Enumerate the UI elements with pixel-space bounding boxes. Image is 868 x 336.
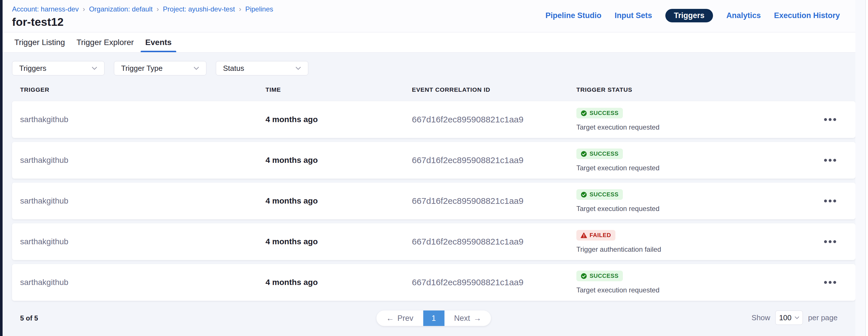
more-options-button[interactable] (821, 278, 839, 287)
results-count: 5 of 5 (20, 314, 38, 322)
nav-pipeline-studio[interactable]: Pipeline Studio (546, 11, 601, 20)
column-header-event-correlation-id: EVENT CORRELATION ID (412, 86, 577, 93)
scrollbar-gutter[interactable] (856, 0, 868, 336)
status-label: SUCCESS (590, 191, 619, 198)
status-message: Target execution requested (577, 164, 813, 172)
event-time: 4 months ago (266, 156, 318, 165)
event-time: 4 months ago (266, 196, 318, 205)
status-message: Trigger authentication failed (577, 245, 813, 254)
chevron-right-icon: › (83, 5, 85, 13)
event-correlation-id: 667d16f2ec895908821c1aa9 (412, 115, 524, 124)
filter-trigger-type-dropdown[interactable]: Trigger Type (114, 61, 206, 75)
trigger-status-cell: FAILED Trigger authentication failed (577, 223, 813, 260)
event-time: 4 months ago (266, 278, 318, 287)
status-label: SUCCESS (590, 150, 619, 157)
trigger-name: sarthakgithub (20, 237, 68, 246)
page-size-dropdown[interactable]: 100 (775, 310, 803, 325)
page-size-control: Show 100 per page (751, 310, 838, 325)
breadcrumb-project-link[interactable]: Project: ayushi-dev-test (163, 5, 235, 13)
event-time: 4 months ago (266, 237, 318, 246)
events-content: Triggers Trigger Type Status (3, 52, 856, 336)
more-options-button[interactable] (821, 237, 839, 246)
nav-analytics[interactable]: Analytics (726, 11, 761, 20)
per-page-label: per page (808, 313, 838, 322)
check-circle-icon (581, 273, 587, 279)
status-label: FAILED (590, 232, 611, 238)
status-badge: SUCCESS (577, 108, 623, 119)
arrow-right-icon: → (474, 314, 482, 323)
filter-status-dropdown[interactable]: Status (216, 61, 308, 75)
chevron-right-icon: › (157, 5, 159, 13)
next-page-button[interactable]: Next → (444, 310, 491, 326)
filters-bar: Triggers Trigger Type Status (12, 61, 856, 75)
breadcrumb-organization-link[interactable]: Organization: default (89, 5, 152, 13)
tab-trigger-explorer[interactable]: Trigger Explorer (72, 32, 138, 52)
main-area: Account: harness-dev › Organization: def… (3, 0, 856, 336)
column-header-time: TIME (266, 86, 412, 93)
trigger-name: sarthakgithub (20, 278, 68, 287)
trigger-status-cell: SUCCESS Target execution requested (577, 182, 813, 219)
status-badge: SUCCESS (577, 148, 623, 159)
status-label: SUCCESS (590, 273, 619, 279)
status-badge: SUCCESS (577, 189, 623, 200)
tab-events[interactable]: Events (141, 32, 176, 52)
next-page-label: Next (454, 314, 470, 323)
breadcrumb-pipelines-link[interactable]: Pipelines (245, 5, 273, 13)
page-header: Account: harness-dev › Organization: def… (3, 0, 856, 32)
event-time: 4 months ago (266, 115, 318, 124)
prev-page-button[interactable]: ← Prev (376, 310, 423, 326)
arrow-left-icon: ← (386, 314, 394, 323)
pagination-bar: 5 of 5 ← Prev 1 Next → Show 100 (12, 301, 856, 336)
check-circle-icon (581, 151, 587, 157)
check-circle-icon (581, 192, 587, 198)
nav-triggers[interactable]: Triggers (665, 9, 713, 22)
table-row[interactable]: sarthakgithub 4 months ago 667d16f2ec895… (12, 223, 856, 260)
show-label: Show (751, 313, 770, 322)
status-badge: SUCCESS (577, 271, 623, 281)
event-correlation-id: 667d16f2ec895908821c1aa9 (412, 196, 524, 206)
pipeline-nav: Pipeline Studio Input Sets Triggers Anal… (546, 9, 840, 22)
status-label: SUCCESS (590, 110, 619, 116)
side-nav-edge (0, 0, 3, 336)
more-options-button[interactable] (821, 115, 839, 124)
filter-status-label: Status (223, 64, 244, 73)
events-table: sarthakgithub 4 months ago 667d16f2ec895… (12, 101, 856, 301)
event-correlation-id: 667d16f2ec895908821c1aa9 (412, 156, 524, 165)
chevron-down-icon (193, 67, 199, 70)
breadcrumb-account-link[interactable]: Account: harness-dev (12, 5, 79, 13)
tab-trigger-listing[interactable]: Trigger Listing (10, 32, 69, 52)
more-options-button[interactable] (821, 156, 839, 165)
trigger-name: sarthakgithub (20, 196, 68, 205)
more-options-button[interactable] (821, 197, 839, 205)
nav-input-sets[interactable]: Input Sets (615, 11, 652, 20)
app-root: Account: harness-dev › Organization: def… (0, 0, 868, 336)
status-message: Target execution requested (577, 286, 813, 294)
table-row[interactable]: sarthakgithub 4 months ago 667d16f2ec895… (12, 101, 856, 138)
nav-execution-history[interactable]: Execution History (774, 11, 840, 20)
table-row[interactable]: sarthakgithub 4 months ago 667d16f2ec895… (12, 182, 856, 219)
filter-triggers-dropdown[interactable]: Triggers (12, 61, 104, 75)
tab-bar: Trigger Listing Trigger Explorer Events (3, 32, 856, 52)
chevron-down-icon (795, 316, 799, 320)
table-header-row: TRIGGER TIME EVENT CORRELATION ID TRIGGE… (12, 83, 856, 96)
chevron-down-icon (296, 67, 301, 70)
table-row[interactable]: sarthakgithub 4 months ago 667d16f2ec895… (12, 264, 856, 301)
page-number-1[interactable]: 1 (423, 310, 444, 326)
chevron-down-icon (92, 67, 97, 70)
chevron-right-icon: › (239, 5, 241, 13)
table-row[interactable]: sarthakgithub 4 months ago 667d16f2ec895… (12, 142, 856, 179)
pager: ← Prev 1 Next → (376, 310, 491, 326)
filter-triggers-label: Triggers (19, 64, 46, 73)
trigger-name: sarthakgithub (20, 115, 68, 124)
check-circle-icon (581, 110, 587, 116)
status-message: Target execution requested (577, 123, 813, 131)
status-badge: FAILED (577, 230, 615, 240)
column-header-trigger-status: TRIGGER STATUS (577, 86, 813, 93)
filter-trigger-type-label: Trigger Type (121, 64, 163, 73)
status-message: Target execution requested (577, 205, 813, 213)
warning-triangle-icon (581, 232, 587, 238)
trigger-status-cell: SUCCESS Target execution requested (577, 264, 813, 301)
event-correlation-id: 667d16f2ec895908821c1aa9 (412, 237, 524, 246)
trigger-status-cell: SUCCESS Target execution requested (577, 101, 813, 138)
prev-page-label: Prev (397, 314, 413, 323)
